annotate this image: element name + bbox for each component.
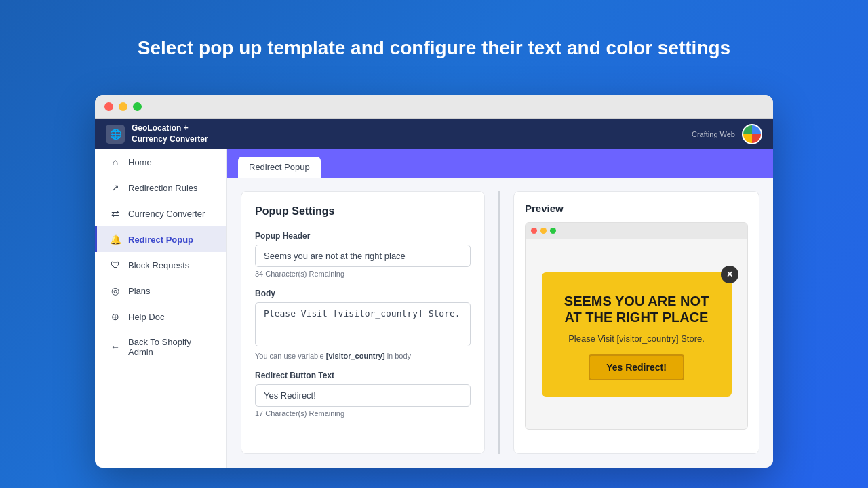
home-icon: ⌂ xyxy=(109,157,121,167)
settings-title: Popup Settings xyxy=(255,205,471,218)
sidebar-label-plans: Plans xyxy=(128,286,151,296)
form-group-body: Body You can use variable [visitor_count… xyxy=(255,289,471,360)
app-body: ⌂ Home ↗ Redirection Rules ⇄ Currency Co… xyxy=(95,149,773,468)
mini-traffic-light-yellow xyxy=(540,228,547,234)
sidebar-item-currency-converter[interactable]: ⇄ Currency Converter xyxy=(95,201,226,226)
tab-redirect-popup[interactable]: Redirect Popup xyxy=(238,157,321,178)
currency-icon: ⇄ xyxy=(109,208,121,219)
mini-traffic-light-green xyxy=(550,228,556,234)
help-icon: ⊕ xyxy=(109,311,121,322)
browser-chrome xyxy=(95,95,773,119)
popup-heading: SEEMS YOU ARE NOT AT THE RIGHT PLACE xyxy=(558,293,715,325)
sidebar-label-currency-converter: Currency Converter xyxy=(128,209,205,219)
sidebar-item-help-doc[interactable]: ⊕ Help Doc xyxy=(95,304,226,329)
popup-modal: ✕ SEEMS YOU ARE NOT AT THE RIGHT PLACE P… xyxy=(542,272,732,396)
app-layout: 🌐 GeoLocation + Currency Converter Craft… xyxy=(95,119,773,468)
page-title: Select pop up template and configure the… xyxy=(95,37,773,59)
browser-window: 🌐 GeoLocation + Currency Converter Craft… xyxy=(95,95,773,468)
navbar-brand: 🌐 GeoLocation + Currency Converter xyxy=(106,123,208,144)
avatar xyxy=(742,124,762,144)
redirect-char-count: 17 Character(s) Remaining xyxy=(255,409,471,418)
mini-traffic-light-red xyxy=(531,228,537,234)
sidebar-item-plans[interactable]: ◎ Plans xyxy=(95,278,226,304)
traffic-light-yellow[interactable] xyxy=(119,102,127,111)
sidebar-label-redirect-popup: Redirect Popup xyxy=(128,235,193,245)
navbar-brand-text: GeoLocation + Currency Converter xyxy=(132,123,208,144)
header-label: Popup Header xyxy=(255,231,471,241)
traffic-light-red[interactable] xyxy=(104,102,113,111)
sidebar-label-help-doc: Help Doc xyxy=(128,312,164,322)
tab-bar: Redirect Popup xyxy=(227,149,773,178)
app-navbar: 🌐 GeoLocation + Currency Converter Craft… xyxy=(95,119,773,149)
sidebar-label-back-shopify: Back To Shopify Admin xyxy=(128,337,214,357)
sidebar: ⌂ Home ↗ Redirection Rules ⇄ Currency Co… xyxy=(95,149,227,468)
shield-icon: 🛡 xyxy=(109,260,121,270)
sidebar-item-home[interactable]: ⌂ Home xyxy=(95,149,226,175)
form-group-header: Popup Header 34 Character(s) Remaining xyxy=(255,231,471,278)
navbar-right: Crafting Web xyxy=(692,124,762,144)
redirect-button-input[interactable] xyxy=(255,384,471,407)
globe-icon: 🌐 xyxy=(110,129,121,140)
panel-divider xyxy=(498,191,500,454)
sidebar-label-block-requests: Block Requests xyxy=(128,260,189,270)
mini-browser-chrome xyxy=(526,223,747,239)
body-textarea[interactable] xyxy=(255,302,471,346)
header-char-count: 34 Character(s) Remaining xyxy=(255,270,471,278)
bell-icon: 🔔 xyxy=(109,234,121,245)
sidebar-label-redirection-rules: Redirection Rules xyxy=(128,183,198,193)
sidebar-label-home: Home xyxy=(128,157,152,167)
plans-icon: ◎ xyxy=(109,285,121,296)
sidebar-item-block-requests[interactable]: 🛡 Block Requests xyxy=(95,252,226,278)
navbar-crafting-text: Crafting Web xyxy=(692,130,735,138)
popup-body-text: Please Visit [visitor_country] Store. xyxy=(558,333,715,344)
redirect-icon: ↗ xyxy=(109,182,121,193)
navbar-brand-icon: 🌐 xyxy=(106,125,125,144)
main-content: Redirect Popup Popup Settings Popup Head… xyxy=(227,149,773,468)
header-input[interactable] xyxy=(255,245,471,267)
traffic-light-green[interactable] xyxy=(133,102,142,111)
sidebar-item-redirect-popup[interactable]: 🔔 Redirect Popup xyxy=(95,226,226,252)
page-header: Select pop up template and configure the… xyxy=(95,37,773,59)
settings-panel: Popup Settings Popup Header 34 Character… xyxy=(241,191,485,454)
mini-browser: ✕ SEEMS YOU ARE NOT AT THE RIGHT PLACE P… xyxy=(525,222,748,430)
preview-panel: Preview xyxy=(513,191,760,454)
body-variable-hint: You can use variable [visitor_country] i… xyxy=(255,352,471,360)
back-icon: ← xyxy=(109,342,121,352)
sidebar-item-back-shopify[interactable]: ← Back To Shopify Admin xyxy=(95,329,226,365)
redirect-button-label: Redirect Button Text xyxy=(255,371,471,380)
form-group-redirect-button: Redirect Button Text 17 Character(s) Rem… xyxy=(255,371,471,418)
preview-title: Preview xyxy=(525,203,748,214)
sidebar-item-redirection-rules[interactable]: ↗ Redirection Rules xyxy=(95,175,226,201)
content-area: Popup Settings Popup Header 34 Character… xyxy=(227,178,773,468)
body-label: Body xyxy=(255,289,471,298)
mini-browser-content: ✕ SEEMS YOU ARE NOT AT THE RIGHT PLACE P… xyxy=(526,239,747,429)
popup-redirect-button[interactable]: Yes Redirect! xyxy=(589,354,684,380)
bg-decoration-tl: // Generated inline in SVG xyxy=(14,14,81,81)
popup-close-button[interactable]: ✕ xyxy=(721,266,738,283)
